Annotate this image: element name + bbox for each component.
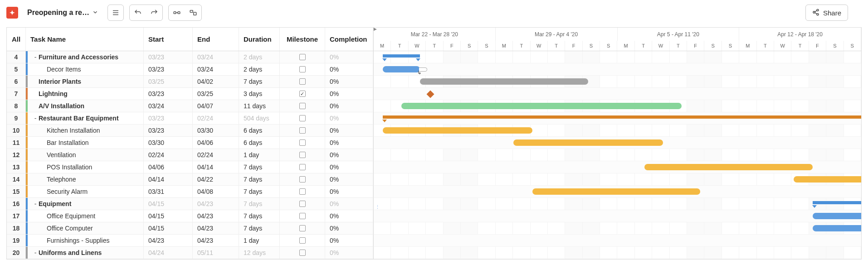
cell-completion[interactable]: 0% — [325, 222, 373, 234]
task-name-cell[interactable]: Office Equipment — [26, 210, 144, 222]
cell-start[interactable]: 04/15 — [144, 222, 193, 234]
cell-completion[interactable]: 0% — [325, 161, 373, 173]
cell-completion[interactable]: 0% — [325, 51, 373, 63]
cell-completion[interactable]: 0% — [325, 137, 373, 149]
cell-milestone[interactable] — [280, 76, 325, 87]
col-header-all[interactable]: All — [7, 28, 26, 51]
share-button[interactable]: Share — [805, 5, 848, 21]
cell-end[interactable]: 04/23 — [193, 222, 239, 234]
cell-dur[interactable]: 7 days — [239, 222, 280, 234]
redo-button[interactable] — [146, 5, 162, 20]
cell-dur[interactable]: 1 day — [239, 149, 280, 161]
table-row[interactable]: 19Furnishings - Supplies04/2304/231 day0… — [7, 235, 373, 247]
cell-completion[interactable]: 0% — [325, 112, 373, 124]
app-logo[interactable]: ✦ — [6, 7, 18, 19]
milestone-checkbox[interactable] — [299, 176, 306, 183]
cell-milestone[interactable] — [280, 173, 325, 185]
cell-milestone[interactable] — [280, 198, 325, 210]
gantt-row[interactable] — [374, 210, 861, 222]
cell-dur[interactable]: 7 days — [239, 173, 280, 185]
cell-start[interactable]: 04/23 — [144, 235, 193, 246]
table-row[interactable]: 8A/V Installation03/2404/0711 days0% — [7, 100, 373, 112]
gantt-task-bar[interactable] — [513, 139, 663, 146]
row-index[interactable]: 17 — [7, 210, 26, 222]
task-name-cell[interactable]: Interior Plants — [26, 76, 144, 87]
task-name-cell[interactable]: POS Installation — [26, 161, 144, 173]
cell-milestone[interactable] — [280, 222, 325, 234]
cell-dur[interactable]: 1 day — [239, 235, 280, 246]
cell-completion[interactable]: 0% — [325, 173, 373, 185]
gantt-row[interactable] — [374, 76, 861, 88]
cell-end[interactable]: 04/07 — [193, 100, 239, 112]
collapse-toggle-icon[interactable]: - — [32, 249, 39, 256]
col-header-completion[interactable]: Completion — [325, 28, 373, 51]
gantt-row[interactable] — [374, 149, 861, 161]
task-name-cell[interactable]: -Restaurant Bar Equipment — [26, 112, 144, 124]
gantt-row[interactable] — [374, 198, 861, 210]
cell-start[interactable]: 04/24 — [144, 247, 193, 259]
task-name-cell[interactable]: Decor Items — [26, 63, 144, 75]
gantt-task-bar[interactable] — [383, 66, 420, 72]
gantt-summary-bar[interactable] — [383, 54, 420, 58]
table-row[interactable]: 7Lightning03/2303/253 days0% — [7, 88, 373, 100]
row-index[interactable]: 7 — [7, 88, 26, 100]
gantt-row[interactable] — [374, 88, 861, 100]
gantt-row[interactable] — [374, 235, 861, 247]
task-name-cell[interactable]: Security Alarm — [26, 186, 144, 197]
row-index[interactable]: 10 — [7, 125, 26, 136]
cell-start[interactable]: 03/31 — [144, 186, 193, 197]
row-index[interactable]: 4 — [7, 51, 26, 63]
pane-resize-handle[interactable]: ⋮⋮ — [373, 204, 380, 210]
cell-milestone[interactable] — [280, 63, 325, 75]
milestone-checkbox[interactable] — [299, 225, 306, 231]
cell-end[interactable]: 04/23 — [193, 235, 239, 246]
gantt-row[interactable] — [374, 247, 861, 259]
cell-milestone[interactable] — [280, 210, 325, 222]
table-row[interactable]: 11Bar Installation03/3004/066 days0% — [7, 137, 373, 149]
cell-completion[interactable]: 0% — [325, 149, 373, 161]
gantt-task-bar[interactable] — [794, 176, 862, 183]
col-header-duration[interactable]: Duration — [239, 28, 280, 51]
row-index[interactable]: 14 — [7, 173, 26, 185]
gantt-task-bar[interactable] — [813, 213, 862, 219]
task-name-cell[interactable]: Office Computer — [26, 222, 144, 234]
row-index[interactable]: 8 — [7, 100, 26, 112]
cell-dur[interactable]: 6 days — [239, 125, 280, 136]
milestone-checkbox[interactable] — [299, 139, 306, 146]
task-name-cell[interactable]: Bar Installation — [26, 137, 144, 149]
row-index[interactable]: 19 — [7, 235, 26, 246]
cell-milestone[interactable] — [280, 125, 325, 136]
cell-start[interactable]: 03/30 — [144, 137, 193, 149]
cell-dur[interactable]: 2 days — [239, 63, 280, 75]
cell-end[interactable]: 05/11 — [193, 247, 239, 259]
collapse-toggle-icon[interactable]: - — [32, 200, 39, 207]
task-name-cell[interactable]: Ventilation — [26, 149, 144, 161]
col-header-milestone[interactable]: Milestone — [280, 28, 325, 51]
gantt-task-bar[interactable] — [383, 127, 532, 134]
row-index[interactable]: 11 — [7, 137, 26, 149]
cell-milestone[interactable] — [280, 137, 325, 149]
row-index[interactable]: 9 — [7, 112, 26, 124]
row-index[interactable]: 6 — [7, 76, 26, 87]
cell-milestone[interactable] — [280, 161, 325, 173]
table-row[interactable]: 17Office Equipment04/1504/237 days0% — [7, 210, 373, 222]
table-row[interactable]: 15Security Alarm03/3104/087 days0% — [7, 186, 373, 198]
cell-milestone[interactable] — [280, 88, 325, 100]
cell-completion[interactable]: 0% — [325, 198, 373, 210]
milestone-checkbox[interactable] — [299, 127, 306, 134]
cell-end[interactable]: 02/24 — [193, 112, 239, 124]
collapse-toggle-icon[interactable]: - — [32, 53, 39, 61]
task-name-cell[interactable]: A/V Installation — [26, 100, 144, 112]
cell-end[interactable]: 04/14 — [193, 161, 239, 173]
cell-dur[interactable]: 7 days — [239, 198, 280, 210]
table-row[interactable]: 10Kitchen Installation03/2303/306 days0% — [7, 125, 373, 137]
cell-milestone[interactable] — [280, 51, 325, 63]
cell-end[interactable]: 04/06 — [193, 137, 239, 149]
cell-milestone[interactable] — [280, 112, 325, 124]
gantt-chart[interactable]: ◀ ▶ Mar 22 - Mar 28 '20Mar 29 - Apr 4 '2… — [373, 27, 862, 259]
task-name-cell[interactable]: Lightning — [26, 88, 144, 100]
gantt-summary-bar[interactable] — [383, 115, 862, 119]
cell-completion[interactable]: 0% — [325, 210, 373, 222]
task-name-cell[interactable]: -Equipment — [26, 198, 144, 210]
task-name-cell[interactable]: Furnishings - Supplies — [26, 235, 144, 246]
